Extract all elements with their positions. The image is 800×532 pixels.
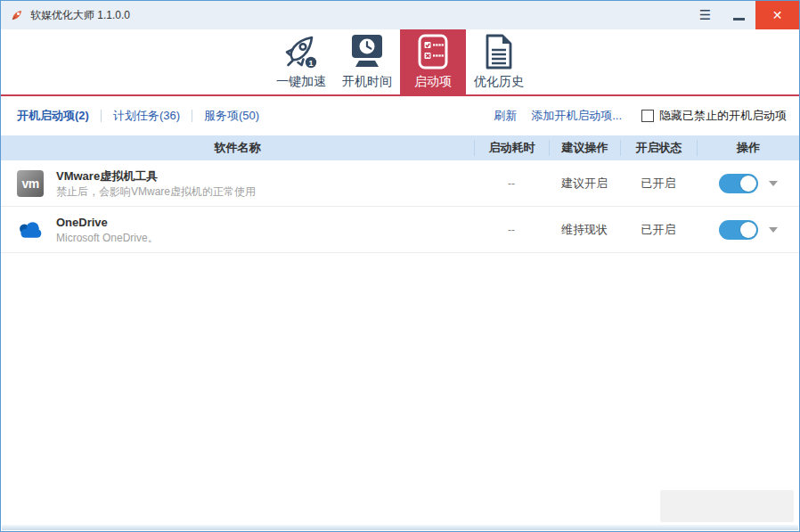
boot-time-icon xyxy=(347,29,387,74)
tab-separator xyxy=(101,110,102,122)
hide-disabled-checkbox[interactable] xyxy=(641,110,654,122)
history-doc-icon xyxy=(483,29,515,74)
header-status: 开启状态 xyxy=(620,140,697,156)
startup-items-icon xyxy=(415,29,451,74)
tab-separator xyxy=(192,110,192,122)
vmware-icon: vm xyxy=(17,170,44,197)
menu-button[interactable]: ☰ xyxy=(688,1,722,29)
tab-scheduled-tasks[interactable]: 计划任务(36) xyxy=(113,108,180,124)
watermark xyxy=(660,490,794,522)
software-title: VMware虚拟机工具 xyxy=(56,168,256,184)
chevron-down-icon[interactable] xyxy=(769,181,778,186)
app-window: 软媒优化大师 1.1.0.0 ☰ ✕ 1 xyxy=(0,0,800,532)
status-value: 已开启 xyxy=(620,176,697,192)
nav-item-boot-time[interactable]: 开机时间 xyxy=(334,29,400,94)
software-description: 禁止后，会影响VMware虚拟机的正常使用 xyxy=(56,184,256,199)
onedrive-icon xyxy=(17,217,44,243)
header-boot-time: 启动耗时 xyxy=(474,140,549,156)
header-operation: 操作 xyxy=(697,140,799,156)
boot-time-value: -- xyxy=(474,177,549,190)
content-filler xyxy=(1,253,799,531)
main-nav: 1 一键加速 开机时间 xyxy=(1,29,799,94)
suggestion-value: 建议开启 xyxy=(549,176,620,192)
chevron-down-icon[interactable] xyxy=(769,227,778,233)
close-button[interactable]: ✕ xyxy=(755,1,799,29)
add-startup-item-link[interactable]: 添加开机启动项... xyxy=(531,108,622,124)
window-bottom-strip xyxy=(2,525,798,530)
table-row: vm VMware虚拟机工具 禁止后，会影响VMware虚拟机的正常使用 -- … xyxy=(1,160,799,207)
suggestion-value: 维持现状 xyxy=(549,222,620,238)
software-name-cell: vm VMware虚拟机工具 禁止后，会影响VMware虚拟机的正常使用 xyxy=(1,168,474,199)
minimize-button[interactable] xyxy=(722,1,755,29)
nav-item-label: 一键加速 xyxy=(276,74,326,88)
header-suggestion: 建议操作 xyxy=(549,140,620,156)
tab-services[interactable]: 服务项(50) xyxy=(204,108,259,124)
title-bar: 软媒优化大师 1.1.0.0 ☰ ✕ xyxy=(1,1,799,29)
nav-item-label: 开机时间 xyxy=(342,74,392,88)
nav-item-label: 优化历史 xyxy=(474,74,524,88)
nav-item-label: 启动项 xyxy=(414,74,452,88)
nav-item-startup[interactable]: 启动项 xyxy=(400,29,466,94)
toggle-knob xyxy=(740,222,756,238)
tab-startup-items[interactable]: 开机启动项(2) xyxy=(17,108,89,124)
window-title: 软媒优化大师 1.1.0.0 xyxy=(30,8,130,23)
table-row: OneDrive Microsoft OneDrive。 -- 维持现状 已开启 xyxy=(1,207,799,253)
software-name-cell: OneDrive Microsoft OneDrive。 xyxy=(1,215,474,245)
operation-cell xyxy=(697,220,799,240)
boost-badge: 1 xyxy=(308,59,313,68)
nav-item-history[interactable]: 优化历史 xyxy=(466,29,532,94)
filter-bar-actions: 刷新 添加开机启动项... 隐藏已禁止的开机启动项 xyxy=(494,108,787,124)
status-value: 已开启 xyxy=(620,222,697,238)
hide-disabled-label: 隐藏已禁止的开机启动项 xyxy=(659,108,787,124)
refresh-link[interactable]: 刷新 xyxy=(494,108,517,124)
filter-bar: 开机启动项(2) 计划任务(36) 服务项(50) 刷新 添加开机启动项... … xyxy=(1,96,799,135)
enable-toggle[interactable] xyxy=(719,220,758,240)
minimize-icon xyxy=(733,18,745,20)
toggle-knob xyxy=(740,176,756,192)
table-header: 软件名称 启动耗时 建议操作 开启状态 操作 xyxy=(1,135,799,160)
app-rocket-icon xyxy=(10,8,24,22)
header-software-name: 软件名称 xyxy=(1,140,474,156)
nav-item-boost[interactable]: 1 一键加速 xyxy=(268,29,334,94)
boot-time-value: -- xyxy=(474,224,549,236)
software-description: Microsoft OneDrive。 xyxy=(56,231,159,245)
boost-rocket-icon: 1 xyxy=(281,29,322,74)
software-title: OneDrive xyxy=(56,215,159,231)
enable-toggle[interactable] xyxy=(719,174,758,193)
operation-cell xyxy=(697,174,799,193)
